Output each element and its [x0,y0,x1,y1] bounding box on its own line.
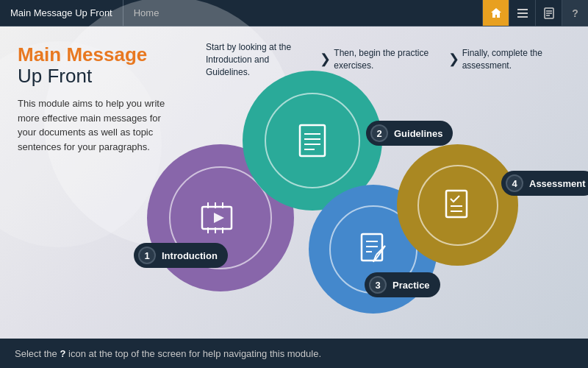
help-icon-btn[interactable]: ? [562,0,588,26]
practice-icon [359,233,388,266]
svg-rect-0 [517,9,528,10]
svg-rect-2 [517,16,528,18]
svg-rect-1 [517,13,528,14]
topbar: Main Message Up Front Home ? [0,0,588,26]
main-content: Main Message Up Front This module aims t… [0,26,588,339]
circle-guidelines-inner [265,93,360,188]
svg-rect-27 [446,191,467,217]
label-practice-text: Practice [392,280,430,291]
help-text: Select the ? icon at the top of the scre… [15,348,321,359]
label-assessment-text: Assessment [529,178,586,189]
svg-line-25 [375,246,385,261]
video-icon [201,202,240,233]
bottom-bar: Select the ? icon at the top of the scre… [0,339,588,368]
circles-container: 1 Introduction 2 Guidelines [147,71,559,336]
help-text-before: Select the [15,348,60,359]
question-mark: ? [572,7,578,19]
step-3-text: Finally, complete the assessment. [462,47,558,72]
step-2-text: Then, begin the practice exercises. [334,47,429,72]
step-arrow-1: ❯ [320,51,331,67]
menu-icon-btn[interactable] [509,0,535,26]
module-description: This module aims to help you write more … [18,96,179,154]
left-panel: Main Message Up Front This module aims t… [0,26,198,339]
title-line2: Up Front [18,66,184,87]
step-1-text: Start by looking at the Introduction and… [206,41,301,78]
guidelines-icon [297,122,328,159]
circle-assessment[interactable] [397,144,518,266]
step-arrow-2: ❯ [448,51,459,67]
label-number-4: 4 [506,174,523,192]
label-guidelines[interactable]: 2 Guidelines [366,121,453,146]
svg-marker-14 [214,213,224,223]
svg-rect-15 [300,125,325,156]
circle-assessment-inner [417,165,498,246]
step-3: Finally, complete the assessment. [462,47,573,72]
step-2: Then, begin the practice exercises. [334,47,445,72]
home-icon-btn[interactable] [482,0,509,26]
label-guidelines-text: Guidelines [394,128,442,139]
assessment-icon [443,189,473,222]
step-1: Start by looking at the Introduction and… [206,41,317,78]
title-line1: Main Message [18,44,184,66]
home-icon [490,7,502,19]
notes-icon [544,7,554,19]
label-number-2: 2 [370,124,388,142]
topbar-icons: ? [482,0,588,26]
label-number-3: 3 [369,276,387,294]
label-assessment[interactable]: 4 Assessment [501,171,588,196]
menu-icon [517,9,528,18]
notes-icon-btn[interactable] [535,0,562,26]
steps-bar: Start by looking at the Introduction and… [198,32,588,78]
label-practice[interactable]: 3 Practice [365,272,440,297]
help-question-mark: ? [60,348,65,359]
help-text-after: icon at the top of the screen for help n… [68,348,321,359]
